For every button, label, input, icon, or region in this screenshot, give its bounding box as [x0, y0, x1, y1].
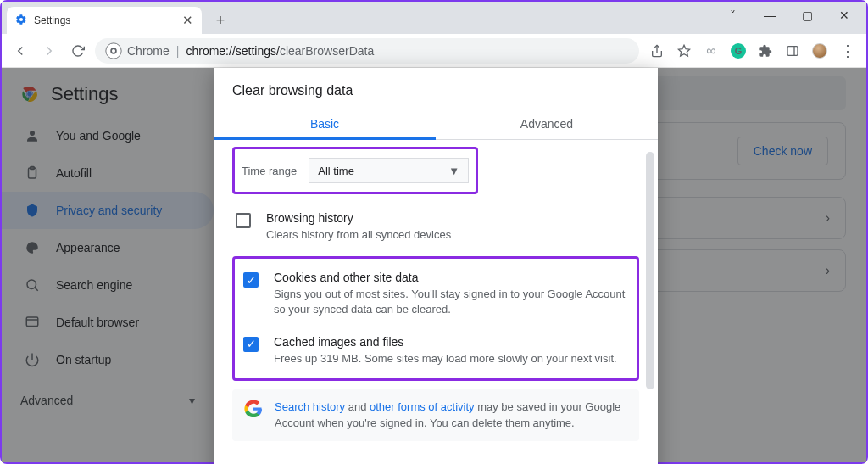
window-maximize-button[interactable]: ▢: [788, 2, 826, 29]
nav-forward-button[interactable]: [37, 39, 61, 63]
item-title: Browsing history: [266, 211, 451, 225]
url-scheme: chrome://: [186, 44, 235, 58]
clear-item-cached[interactable]: ✓ Cached images and files Frees up 319 M…: [240, 327, 632, 375]
google-g-icon: [244, 400, 263, 418]
omnibox-chip-label: Chrome: [127, 44, 170, 58]
info-text-mid: and: [345, 400, 370, 413]
svg-point-2: [112, 48, 115, 52]
url-path-1: settings/: [236, 44, 280, 58]
share-icon[interactable]: [649, 43, 665, 59]
tab-advanced[interactable]: Advanced: [436, 107, 658, 139]
omnibox[interactable]: Chrome | chrome://settings/clearBrowserD…: [95, 38, 639, 64]
profile-avatar[interactable]: [812, 43, 827, 59]
omnibox-url: chrome://settings/clearBrowserData: [186, 44, 374, 58]
window-controls: ˅ — ▢ ✕: [714, 2, 863, 29]
other-activity-link[interactable]: other forms of activity: [370, 400, 475, 413]
toolbar-actions: ∞ G ⋮: [644, 43, 860, 59]
item-title: Cached images and files: [274, 335, 617, 349]
clear-item-browsing-history[interactable]: Browsing history Clears history from all…: [232, 203, 639, 251]
nav-reload-button[interactable]: [66, 39, 90, 63]
tab-basic[interactable]: Basic: [214, 107, 436, 139]
dialog-body: Time range All time ▼ Browsing history C…: [214, 140, 658, 464]
chrome-logo-icon: [105, 42, 122, 59]
tab-close-icon[interactable]: ✕: [182, 13, 193, 28]
google-account-info-row: Search history and other forms of activi…: [232, 389, 639, 442]
search-history-link[interactable]: Search history: [275, 400, 345, 413]
tab-title: Settings: [34, 14, 70, 26]
time-range-select[interactable]: All time ▼: [309, 158, 469, 183]
time-range-value: All time: [318, 165, 354, 177]
time-range-row: Time range All time ▼: [232, 147, 478, 194]
bookmark-star-icon[interactable]: [676, 43, 692, 59]
dialog-tabs: Basic Advanced: [214, 107, 658, 140]
checkbox-cached[interactable]: ✓: [243, 337, 259, 352]
checkbox-cookies[interactable]: ✓: [243, 272, 259, 288]
item-desc: Clears history from all synced devices: [266, 227, 451, 243]
omnibox-separator: |: [176, 44, 180, 58]
nav-back-button[interactable]: [8, 39, 32, 63]
item-desc: Signs you out of most sites. You'll stay…: [274, 287, 628, 317]
content-area: Settings You and Google Autofill Privacy…: [2, 68, 866, 462]
highlighted-items-group: ✓ Cookies and other site data Signs you …: [232, 256, 639, 381]
grammarly-extension-icon[interactable]: G: [731, 43, 746, 59]
svg-rect-5: [787, 46, 798, 55]
toolbar: Chrome | chrome://settings/clearBrowserD…: [2, 34, 866, 68]
item-title: Cookies and other site data: [274, 271, 628, 284]
window-close-button[interactable]: ✕: [826, 2, 863, 29]
side-panel-icon[interactable]: [785, 43, 800, 59]
checkbox-browsing-history[interactable]: [236, 213, 251, 228]
kebab-menu-icon[interactable]: ⋮: [839, 43, 854, 59]
settings-gear-icon: [15, 14, 27, 28]
time-range-label: Time range: [242, 165, 297, 177]
titlebar: Settings ✕ + ˅ — ▢ ✕: [2, 2, 866, 34]
tab-search-caret-icon[interactable]: ˅: [714, 2, 751, 29]
window-minimize-button[interactable]: —: [751, 2, 788, 29]
clear-item-cookies[interactable]: ✓ Cookies and other site data Signs you …: [240, 262, 632, 326]
item-desc: Frees up 319 MB. Some sites may load mor…: [274, 351, 617, 366]
svg-marker-4: [678, 45, 689, 56]
chrome-chip: Chrome: [105, 42, 170, 59]
url-path-2: clearBrowserData: [280, 44, 374, 58]
scrollbar-thumb[interactable]: [646, 152, 654, 389]
new-tab-button[interactable]: +: [209, 8, 232, 32]
browser-tab[interactable]: Settings ✕: [7, 7, 202, 34]
dialog-title: Clear browsing data: [214, 68, 658, 107]
clear-browsing-data-dialog: Clear browsing data Basic Advanced Time …: [214, 68, 658, 464]
dropdown-caret-icon: ▼: [448, 165, 459, 177]
info-text: Search history and other forms of activi…: [275, 400, 627, 432]
extension-icon-1[interactable]: ∞: [704, 43, 719, 59]
extensions-puzzle-icon[interactable]: [758, 43, 773, 59]
browser-window: Settings ✕ + ˅ — ▢ ✕ Chrome |: [0, 0, 868, 464]
